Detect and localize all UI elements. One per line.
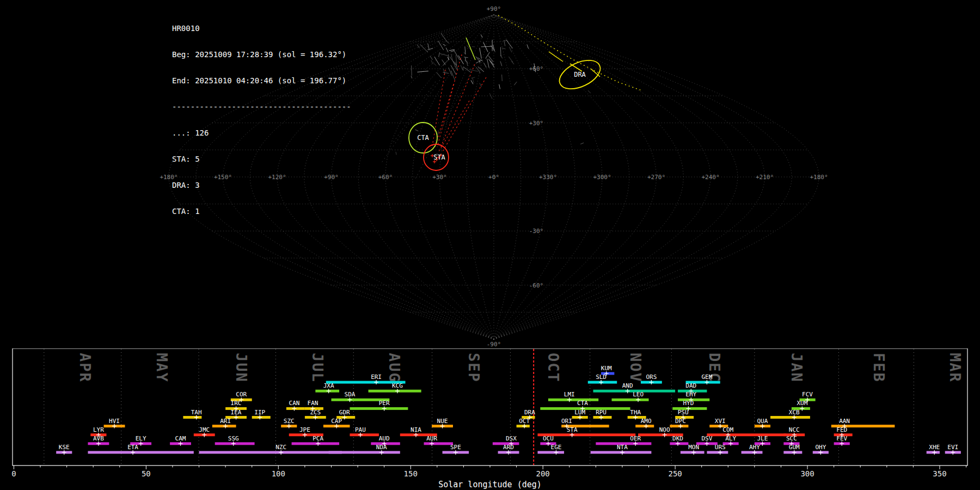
sporadic-meteor xyxy=(417,71,428,72)
lon-label: +210° xyxy=(756,174,774,181)
sporadic-meteor xyxy=(509,57,513,62)
shower-label: JMC xyxy=(199,426,210,433)
shower-label: XCB xyxy=(789,409,800,416)
shower-label: GDR xyxy=(339,409,350,416)
shower-label: NDA xyxy=(376,444,387,451)
shower-label: OCU xyxy=(543,435,554,442)
sta-meteor-trail xyxy=(443,77,486,151)
month-label-apr: APR xyxy=(77,353,94,383)
count-dra: DRA: 3 xyxy=(172,181,351,189)
separator-line: --------------------------------------- xyxy=(172,102,351,111)
shower-label: AUD xyxy=(379,435,390,442)
shower-label: CAN xyxy=(289,400,300,407)
sporadic-meteor xyxy=(471,77,475,78)
shower-label: EGE xyxy=(551,444,562,451)
sporadic-meteor xyxy=(443,72,449,74)
sporadic-meteor xyxy=(480,48,482,59)
shower-bar xyxy=(329,451,400,454)
shower-label: SCC xyxy=(786,435,797,442)
sporadic-meteor xyxy=(454,50,460,60)
shower-label: JLE xyxy=(757,435,768,442)
shower-label: EVI xyxy=(947,444,958,451)
lat-label: +60° xyxy=(529,65,544,72)
sporadic-meteor xyxy=(483,63,486,68)
tick-label: 0 xyxy=(11,469,16,478)
sporadic-trail xyxy=(415,76,469,180)
shower-bar xyxy=(742,451,763,454)
sporadic-meteor xyxy=(509,47,512,52)
lat-label: -90° xyxy=(487,341,501,348)
radiant-label-cta: CTA xyxy=(417,134,429,142)
sporadic-meteor xyxy=(514,82,517,85)
shower-label: DRA xyxy=(524,409,535,416)
shower-bar xyxy=(368,390,421,393)
radiant-label-dra: DRA xyxy=(574,71,586,78)
sporadic-meteor xyxy=(471,80,473,84)
month-label-jan: JAN xyxy=(788,353,805,383)
shower-label: SZC xyxy=(284,418,295,425)
sporadic-meteor xyxy=(501,55,503,58)
sporadic-meteor xyxy=(437,72,441,78)
tick-label: 300 xyxy=(800,469,814,478)
begin-time: Beg: 20251009 17:28:39 (sol = 196.32°) xyxy=(172,50,351,59)
sporadic-meteor xyxy=(428,44,429,49)
shower-label: GEM xyxy=(701,373,712,381)
lat-label: -30° xyxy=(529,228,544,235)
lon-label: +60° xyxy=(378,174,393,181)
tick-label: 200 xyxy=(536,469,550,478)
shower-label: ZCS xyxy=(310,409,321,416)
sporadic-meteor xyxy=(488,56,493,62)
sporadic-meteor xyxy=(480,60,480,63)
shower-label: URS xyxy=(715,444,726,451)
count-cta: CTA: 1 xyxy=(172,207,351,216)
shower-label: NOO xyxy=(659,426,670,433)
shower-label: JXA xyxy=(323,382,334,389)
month-label-jul: JUL xyxy=(309,353,326,383)
sporadic-meteor xyxy=(481,46,492,47)
sta-meteor-trail xyxy=(440,64,475,149)
sporadic-meteor xyxy=(415,130,419,131)
shower-label: XHE xyxy=(929,444,940,451)
sporadic-meteor xyxy=(443,69,445,75)
shower-label: ERI xyxy=(371,373,382,381)
lon-label: +330° xyxy=(539,174,557,181)
shower-label: FCV xyxy=(802,391,813,398)
shower-label: ORI xyxy=(561,418,572,425)
tick-label: 350 xyxy=(933,469,946,478)
shower-label: QUA xyxy=(757,418,768,425)
shower-label: OHY xyxy=(815,444,826,451)
sporadic-meteor xyxy=(451,51,454,52)
count-sta: STA: 5 xyxy=(172,155,351,163)
lon-label: +180° xyxy=(810,174,828,181)
info-panel: HR0010 Beg: 20251009 17:28:39 (sol = 196… xyxy=(172,7,351,233)
shower-label: COR xyxy=(236,391,247,398)
shower-bar xyxy=(707,433,786,436)
shower-bar xyxy=(537,451,564,454)
month-label-oct: OCT xyxy=(545,353,562,383)
shower-bar xyxy=(350,433,378,436)
lon-label: +240° xyxy=(701,174,719,181)
shower-label: XUM xyxy=(797,400,807,407)
shower-bar xyxy=(183,416,201,419)
shower-label: CAP xyxy=(331,418,342,425)
sporadic-trail xyxy=(393,82,436,143)
sporadic-meteor xyxy=(502,75,503,81)
shower-bar xyxy=(548,399,598,401)
sporadic-meteor xyxy=(469,70,478,71)
month-label-jun: JUN xyxy=(233,353,250,383)
shower-label: GUM xyxy=(789,444,800,451)
shower-label: DPC xyxy=(675,418,686,425)
tick-label: 50 xyxy=(142,469,151,478)
shower-label: DKD xyxy=(672,435,683,442)
sporadic-meteor xyxy=(500,47,501,56)
shower-label: DAD xyxy=(685,382,696,389)
shower-label: HVI xyxy=(109,418,120,425)
shower-label: KCG xyxy=(392,382,403,389)
shower-bar xyxy=(612,399,649,401)
shower-label: NZC xyxy=(275,444,286,451)
shower-label: OCT xyxy=(519,418,530,425)
shower-label: FAN xyxy=(308,400,318,407)
shower-label: FEV xyxy=(836,435,847,442)
activity-timeline-chart: APRMAYJUNJULAUGSEPOCTNOVDECJANFEBMARKUME… xyxy=(0,348,980,490)
shower-label: EHY xyxy=(685,391,696,398)
